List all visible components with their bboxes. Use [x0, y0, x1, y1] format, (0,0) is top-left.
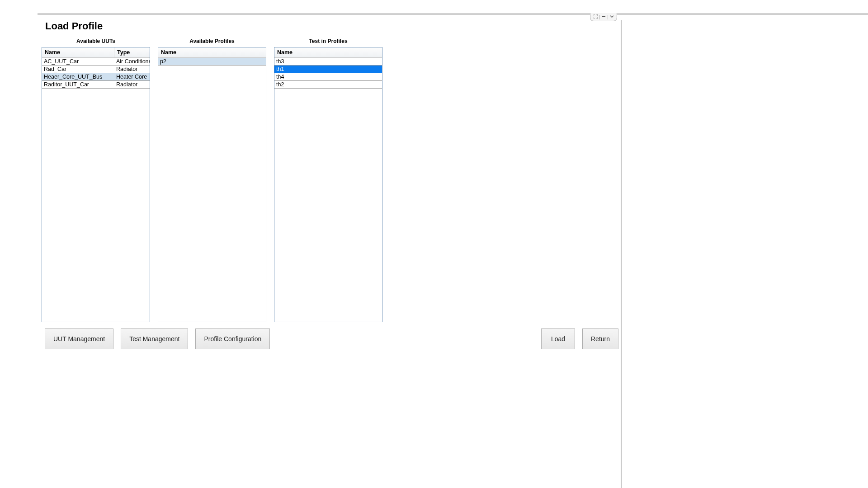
page-title: Load Profile: [45, 20, 103, 32]
cell-name: p2: [158, 58, 266, 65]
cell-name: AC_UUT_Car: [42, 58, 114, 65]
button-bar-left: UUT Management Test Management Profile C…: [45, 328, 270, 349]
separator: [599, 15, 600, 19]
chevron-down-icon[interactable]: [610, 14, 614, 19]
panel-available-profiles: Available Profiles Name p2: [158, 37, 266, 322]
list-header-tests: Name: [274, 47, 382, 58]
profile-configuration-button[interactable]: Profile Configuration: [195, 328, 270, 349]
uut-management-button[interactable]: UUT Management: [45, 328, 113, 349]
table-row[interactable]: p2: [158, 58, 266, 66]
col-header-name[interactable]: Name: [158, 47, 266, 57]
list-profiles[interactable]: Name p2: [158, 47, 266, 322]
minimize-icon[interactable]: [602, 14, 606, 19]
table-row[interactable]: th4: [274, 73, 382, 81]
table-row[interactable]: Heaer_Core_UUT_BusHeater Core: [42, 73, 150, 81]
button-bar-right: Load Return: [541, 328, 618, 349]
panel-available-uuts: Available UUTs Name Type AC_UUT_CarAir C…: [42, 37, 150, 322]
list-body-tests: th3th1th4th2: [274, 58, 382, 89]
list-header-profiles: Name: [158, 47, 266, 58]
list-header-uuts: Name Type: [42, 47, 150, 58]
separator: [608, 15, 608, 19]
cell-name: th2: [274, 81, 382, 88]
cell-name: th4: [274, 73, 382, 80]
cell-name: th1: [274, 66, 382, 73]
panel-tests-in-profiles: Test in Profiles Name th3th1th4th2: [274, 37, 382, 322]
frame-top-border: [38, 14, 868, 14]
cell-type: Air Conditioner: [114, 58, 150, 65]
col-header-name[interactable]: Name: [42, 47, 114, 57]
list-body-profiles: p2: [158, 58, 266, 66]
table-row[interactable]: Rad_CarRadiator: [42, 66, 150, 73]
test-management-button[interactable]: Test Management: [121, 328, 188, 349]
cell-type: Heater Core: [114, 73, 150, 80]
col-header-name[interactable]: Name: [274, 47, 382, 57]
cell-name: th3: [274, 58, 382, 65]
cell-name: Raditor_UUT_Car: [42, 81, 114, 88]
panel-title-tests: Test in Profiles: [274, 37, 382, 47]
table-row[interactable]: th3: [274, 58, 382, 66]
list-uuts[interactable]: Name Type AC_UUT_CarAir ConditionerRad_C…: [42, 47, 150, 322]
table-row[interactable]: th2: [274, 81, 382, 89]
col-header-type[interactable]: Type: [114, 47, 150, 57]
list-body-uuts: AC_UUT_CarAir ConditionerRad_CarRadiator…: [42, 58, 150, 89]
frame-right-border: [621, 20, 622, 488]
cell-type: Radiator: [114, 66, 150, 73]
expand-icon[interactable]: [594, 14, 598, 19]
table-row[interactable]: Raditor_UUT_CarRadiator: [42, 81, 150, 89]
list-tests[interactable]: Name th3th1th4th2: [274, 47, 382, 322]
return-button[interactable]: Return: [582, 328, 618, 349]
panels-container: Available UUTs Name Type AC_UUT_CarAir C…: [42, 37, 382, 322]
table-row[interactable]: th1: [274, 66, 382, 73]
panel-title-profiles: Available Profiles: [158, 37, 266, 47]
panel-title-uuts: Available UUTs: [42, 37, 150, 47]
window-controls: [590, 13, 617, 21]
cell-name: Rad_Car: [42, 66, 114, 73]
load-button[interactable]: Load: [541, 328, 575, 349]
cell-type: Radiator: [114, 81, 150, 88]
table-row[interactable]: AC_UUT_CarAir Conditioner: [42, 58, 150, 66]
cell-name: Heaer_Core_UUT_Bus: [42, 73, 114, 80]
